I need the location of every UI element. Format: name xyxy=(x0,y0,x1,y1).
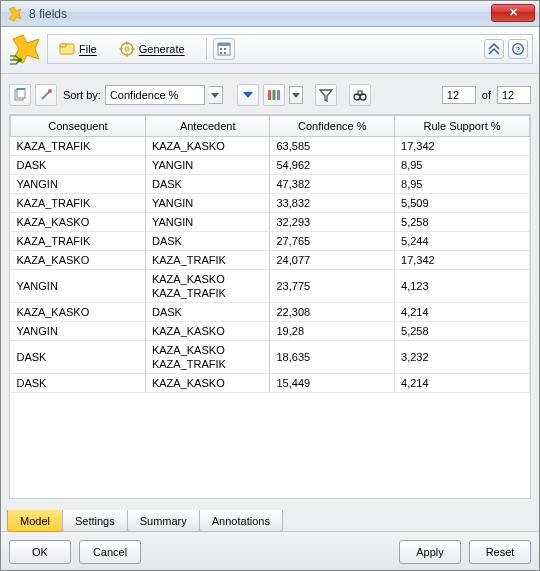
expand-button[interactable] xyxy=(484,39,504,59)
page-current-input[interactable] xyxy=(442,86,476,104)
cell-support: 3,232 xyxy=(395,341,530,374)
cell-confidence: 19,28 xyxy=(270,322,395,341)
help-icon: ? xyxy=(510,41,526,57)
table-row[interactable]: KAZA_KASKOYANGIN32,2935,258 xyxy=(11,213,530,232)
cell-antecedent: KAZA_KASKO xyxy=(145,374,270,393)
tab-summary[interactable]: Summary xyxy=(127,510,200,532)
col-support[interactable]: Rule Support % xyxy=(395,116,530,137)
page-total-input[interactable] xyxy=(497,86,531,104)
apply-button[interactable]: Apply xyxy=(399,540,461,564)
svg-rect-31 xyxy=(272,90,275,100)
binoculars-icon xyxy=(352,87,368,103)
svg-rect-30 xyxy=(268,90,271,100)
svg-rect-22 xyxy=(224,52,226,54)
ok-button[interactable]: OK xyxy=(9,540,71,564)
preview-button[interactable] xyxy=(213,38,235,60)
sort-direction-button[interactable] xyxy=(237,84,259,106)
cell-confidence: 15,449 xyxy=(270,374,395,393)
cell-antecedent: KAZA_KASKO xyxy=(145,137,270,156)
table-row[interactable]: YANGINKAZA_KASKO19,285,258 xyxy=(11,322,530,341)
table-row[interactable]: KAZA_KASKODASK22,3084,214 xyxy=(11,303,530,322)
toolbar-strip: File Generate ? xyxy=(47,34,533,64)
file-menu[interactable]: File xyxy=(52,38,104,60)
cell-confidence: 23,775 xyxy=(270,270,395,303)
close-button[interactable]: ✕ xyxy=(491,4,535,22)
svg-rect-27 xyxy=(17,88,25,90)
sort-select[interactable]: Confidence % xyxy=(105,85,205,105)
file-label: File xyxy=(79,43,97,55)
table-row[interactable]: YANGINDASK47,3828,95 xyxy=(11,175,530,194)
cell-consequent: KAZA_KASKO xyxy=(11,213,146,232)
table-row[interactable]: KAZA_TRAFIKYANGIN33,8325,509 xyxy=(11,194,530,213)
svg-rect-21 xyxy=(220,52,222,54)
svg-point-29 xyxy=(48,89,52,93)
file-icon xyxy=(59,41,75,57)
select-node-button[interactable] xyxy=(35,84,57,106)
copy-icon xyxy=(12,87,28,103)
cancel-button[interactable]: Cancel xyxy=(79,540,141,564)
cell-confidence: 33,832 xyxy=(270,194,395,213)
copy-button[interactable] xyxy=(9,84,31,106)
cell-consequent: YANGIN xyxy=(11,322,146,341)
tab-settings[interactable]: Settings xyxy=(62,510,128,532)
cell-support: 5,258 xyxy=(395,322,530,341)
chevron-down-icon xyxy=(292,93,300,98)
cell-antecedent: YANGIN xyxy=(145,194,270,213)
cell-antecedent: DASK xyxy=(145,232,270,251)
cell-support: 4,123 xyxy=(395,270,530,303)
table-header-row: Consequent Antecedent Confidence % Rule … xyxy=(11,116,530,137)
col-consequent[interactable]: Consequent xyxy=(11,116,146,137)
cell-antecedent: KAZA_KASKO KAZA_TRAFIK xyxy=(145,270,270,303)
cell-consequent: DASK xyxy=(11,374,146,393)
find-button[interactable] xyxy=(349,84,371,106)
reset-button[interactable]: Reset xyxy=(469,540,531,564)
rules-table-wrap: Consequent Antecedent Confidence % Rule … xyxy=(9,114,531,499)
col-confidence[interactable]: Confidence % xyxy=(270,116,395,137)
tab-model[interactable]: Model xyxy=(7,510,63,532)
generate-menu[interactable]: Generate xyxy=(112,38,192,60)
cell-confidence: 32,293 xyxy=(270,213,395,232)
svg-rect-32 xyxy=(277,90,280,100)
cell-antecedent: KAZA_KASKO xyxy=(145,322,270,341)
svg-point-8 xyxy=(19,59,22,62)
filter-button[interactable] xyxy=(315,84,337,106)
table-row[interactable]: DASKYANGIN54,9628,95 xyxy=(11,156,530,175)
cell-confidence: 63,585 xyxy=(270,137,395,156)
sort-label: Sort by: xyxy=(63,89,101,101)
table-row[interactable]: KAZA_KASKOKAZA_TRAFIK24,07717,342 xyxy=(11,251,530,270)
sort-select-arrow[interactable] xyxy=(209,86,223,104)
table-row[interactable]: YANGINKAZA_KASKO KAZA_TRAFIK23,7754,123 xyxy=(11,270,530,303)
tab-annotations[interactable]: Annotations xyxy=(199,510,283,532)
help-button[interactable]: ? xyxy=(508,39,528,59)
table-row[interactable]: KAZA_TRAFIKKAZA_KASKO63,58517,342 xyxy=(11,137,530,156)
col-antecedent[interactable]: Antecedent xyxy=(145,116,270,137)
cell-confidence: 22,308 xyxy=(270,303,395,322)
cell-consequent: KAZA_KASKO xyxy=(11,303,146,322)
footer: OK Cancel Apply Reset xyxy=(1,531,539,571)
expand-icon xyxy=(486,41,502,57)
table-row[interactable]: DASKKAZA_KASKO15,4494,214 xyxy=(11,374,530,393)
cell-support: 8,95 xyxy=(395,175,530,194)
sort-value: Confidence % xyxy=(110,89,179,101)
columns-arrow[interactable] xyxy=(289,86,303,104)
table-row[interactable]: KAZA_TRAFIKDASK27,7655,244 xyxy=(11,232,530,251)
toolbar: File Generate ? xyxy=(1,27,539,74)
columns-button[interactable] xyxy=(263,84,285,106)
content: Sort by: Confidence % of xyxy=(1,74,539,503)
svg-rect-10 xyxy=(60,44,66,47)
svg-marker-0 xyxy=(9,7,21,21)
funnel-icon xyxy=(318,87,334,103)
wand-icon xyxy=(38,87,54,103)
table-row[interactable]: DASKKAZA_KASKO KAZA_TRAFIK18,6353,232 xyxy=(11,341,530,374)
cell-antecedent: KAZA_TRAFIK xyxy=(145,251,270,270)
cell-consequent: KAZA_TRAFIK xyxy=(11,232,146,251)
cell-antecedent: YANGIN xyxy=(145,156,270,175)
svg-marker-33 xyxy=(320,90,332,101)
separator xyxy=(206,38,207,60)
chevron-down-icon xyxy=(211,93,219,98)
cell-confidence: 18,635 xyxy=(270,341,395,374)
cell-consequent: KAZA_TRAFIK xyxy=(11,137,146,156)
cell-consequent: YANGIN xyxy=(11,175,146,194)
cell-support: 5,509 xyxy=(395,194,530,213)
cell-antecedent: YANGIN xyxy=(145,213,270,232)
